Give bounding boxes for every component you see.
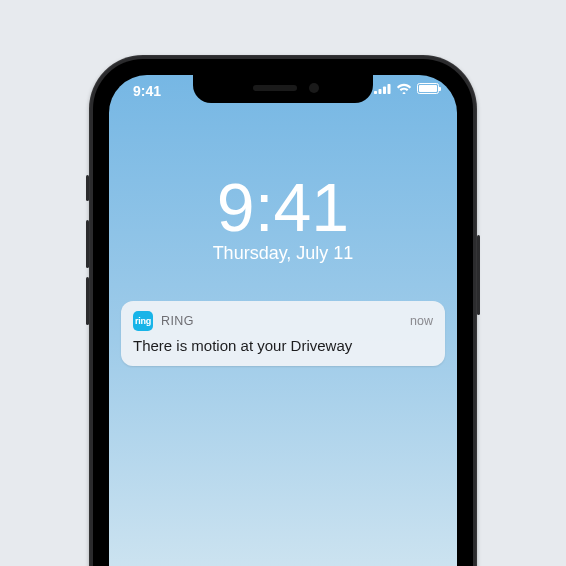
phone-bezel: 9:41 9:41 Thursday, July 11 bbox=[93, 59, 473, 566]
phone-frame: 9:41 9:41 Thursday, July 11 bbox=[89, 55, 477, 566]
lock-screen[interactable]: 9:41 9:41 Thursday, July 11 bbox=[109, 75, 457, 566]
lock-clock: 9:41 Thursday, July 11 bbox=[109, 173, 457, 264]
notification-header: ring RING now bbox=[133, 311, 433, 331]
battery-icon bbox=[417, 83, 439, 94]
status-time: 9:41 bbox=[133, 83, 161, 99]
svg-rect-0 bbox=[374, 91, 377, 94]
status-indicators bbox=[374, 83, 439, 94]
ring-app-icon: ring bbox=[133, 311, 153, 331]
stage: 9:41 9:41 Thursday, July 11 bbox=[0, 0, 566, 566]
wifi-icon bbox=[396, 83, 412, 94]
volume-down-button[interactable] bbox=[86, 277, 89, 325]
notch bbox=[193, 75, 373, 103]
power-button[interactable] bbox=[477, 235, 480, 315]
svg-rect-1 bbox=[379, 89, 382, 94]
notification-timestamp: now bbox=[410, 314, 433, 328]
lock-date: Thursday, July 11 bbox=[109, 243, 457, 264]
notification-app-name: RING bbox=[161, 314, 194, 328]
lock-time: 9:41 bbox=[109, 173, 457, 241]
cellular-signal-icon bbox=[374, 83, 391, 94]
notification-card[interactable]: ring RING now There is motion at your Dr… bbox=[121, 301, 445, 366]
svg-rect-2 bbox=[383, 87, 386, 95]
volume-up-button[interactable] bbox=[86, 220, 89, 268]
mute-switch[interactable] bbox=[86, 175, 89, 201]
svg-rect-3 bbox=[388, 84, 391, 94]
notification-body: There is motion at your Driveway bbox=[133, 337, 433, 354]
